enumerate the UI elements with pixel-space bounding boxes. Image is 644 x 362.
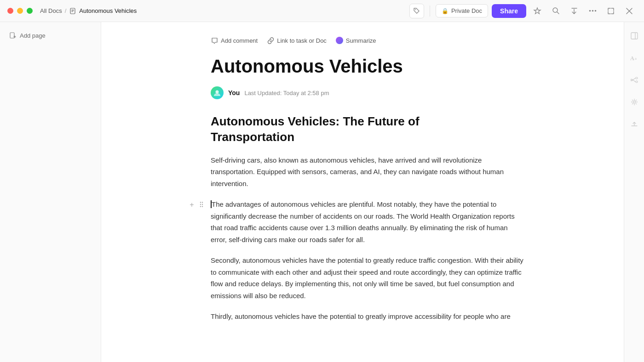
add-page-label: Add page bbox=[20, 32, 46, 39]
svg-point-5 bbox=[553, 8, 558, 12]
svg-text:a: a bbox=[635, 56, 637, 61]
paragraph-2: + The advantages of autonomous vehicles … bbox=[211, 198, 523, 245]
expand-button[interactable] bbox=[604, 4, 618, 18]
svg-point-21 bbox=[202, 206, 203, 207]
add-page-button[interactable]: Add page bbox=[6, 29, 95, 42]
search-button[interactable] bbox=[548, 4, 563, 18]
svg-point-15 bbox=[216, 90, 219, 94]
star-button[interactable] bbox=[530, 4, 545, 18]
share-button[interactable]: Share bbox=[492, 4, 526, 18]
private-doc-button[interactable]: 🔒 Private Doc bbox=[436, 4, 488, 17]
titlebar: All Docs / Autonomous Vehicles 🔒 Private… bbox=[0, 0, 644, 22]
svg-line-6 bbox=[557, 12, 559, 14]
main-layout: Add page Add comment bbox=[0, 22, 644, 362]
link-task-label: Link to task or Doc bbox=[277, 37, 327, 44]
last-updated: Last Updated: Today at 2:58 pm bbox=[244, 90, 329, 96]
svg-text:A: A bbox=[630, 55, 634, 62]
titlebar-actions: 🔒 Private Doc Share bbox=[409, 4, 637, 18]
document-content: Add comment Link to task or Doc Summariz… bbox=[183, 22, 542, 359]
add-comment-action[interactable]: Add comment bbox=[211, 37, 258, 44]
link-icon bbox=[267, 37, 274, 44]
tag-button[interactable] bbox=[409, 4, 424, 18]
doc-icon bbox=[69, 7, 76, 15]
author-name: You bbox=[228, 89, 240, 96]
minimize-button[interactable] bbox=[17, 8, 23, 14]
left-sidebar: Add page bbox=[0, 22, 101, 362]
svg-point-26 bbox=[636, 77, 638, 79]
right-sidebar: A a bbox=[624, 22, 644, 362]
document-title: Autonomous Vehicles bbox=[211, 55, 523, 77]
author-avatar bbox=[211, 86, 224, 99]
svg-rect-12 bbox=[10, 33, 14, 38]
svg-point-17 bbox=[202, 202, 203, 203]
breadcrumb-separator: / bbox=[65, 7, 67, 14]
divider bbox=[430, 6, 430, 17]
summarize-icon bbox=[336, 37, 343, 44]
traffic-lights bbox=[7, 8, 33, 14]
more-options-button[interactable] bbox=[585, 4, 600, 18]
font-size-icon[interactable]: A a bbox=[628, 51, 641, 64]
doc-toolbar: Add comment Link to task or Doc Summariz… bbox=[211, 37, 523, 44]
close-button-titlebar[interactable] bbox=[622, 4, 637, 18]
svg-point-9 bbox=[594, 10, 596, 12]
link-task-action[interactable]: Link to task or Doc bbox=[267, 37, 327, 44]
svg-point-7 bbox=[589, 10, 591, 12]
summarize-label: Summarize bbox=[346, 37, 376, 44]
block-actions: + bbox=[187, 199, 205, 209]
close-button[interactable] bbox=[7, 8, 13, 14]
block-drag-handle[interactable] bbox=[198, 199, 205, 209]
block-plus-button[interactable]: + bbox=[187, 199, 197, 209]
svg-point-29 bbox=[633, 101, 635, 103]
settings-icon[interactable] bbox=[628, 96, 641, 108]
svg-rect-22 bbox=[631, 33, 638, 39]
maximize-button[interactable] bbox=[27, 8, 33, 14]
comment-icon bbox=[211, 37, 218, 44]
paragraph-4: Thirdly, autonomous vehicles have the po… bbox=[211, 311, 523, 322]
svg-point-20 bbox=[200, 206, 201, 207]
svg-point-27 bbox=[636, 81, 638, 83]
summarize-action[interactable]: Summarize bbox=[336, 37, 376, 44]
breadcrumb: All Docs / Autonomous Vehicles bbox=[40, 7, 409, 15]
lock-icon: 🔒 bbox=[442, 8, 448, 14]
export-button[interactable] bbox=[567, 4, 581, 18]
paragraph-1: Self-driving cars, also known as autonom… bbox=[211, 154, 523, 190]
svg-point-4 bbox=[415, 9, 416, 10]
share-alt-icon[interactable] bbox=[628, 74, 641, 86]
section-heading: Autonomous Vehicles: The Future of Trans… bbox=[211, 114, 523, 145]
private-doc-label: Private Doc bbox=[451, 7, 482, 14]
svg-point-16 bbox=[200, 202, 201, 203]
breadcrumb-doc-title: Autonomous Vehicles bbox=[79, 7, 137, 14]
svg-point-18 bbox=[200, 204, 201, 205]
breadcrumb-all-docs[interactable]: All Docs bbox=[40, 7, 62, 14]
upload-icon[interactable] bbox=[628, 118, 641, 130]
author-row: You Last Updated: Today at 2:58 pm bbox=[211, 86, 523, 99]
paragraph-3: Secondly, autonomous vehicles have the p… bbox=[211, 255, 523, 301]
content-wrapper[interactable]: Add comment Link to task or Doc Summariz… bbox=[101, 22, 624, 362]
svg-point-8 bbox=[592, 10, 593, 12]
add-comment-label: Add comment bbox=[221, 37, 258, 44]
collapse-icon[interactable] bbox=[628, 29, 641, 42]
svg-point-19 bbox=[202, 204, 203, 205]
